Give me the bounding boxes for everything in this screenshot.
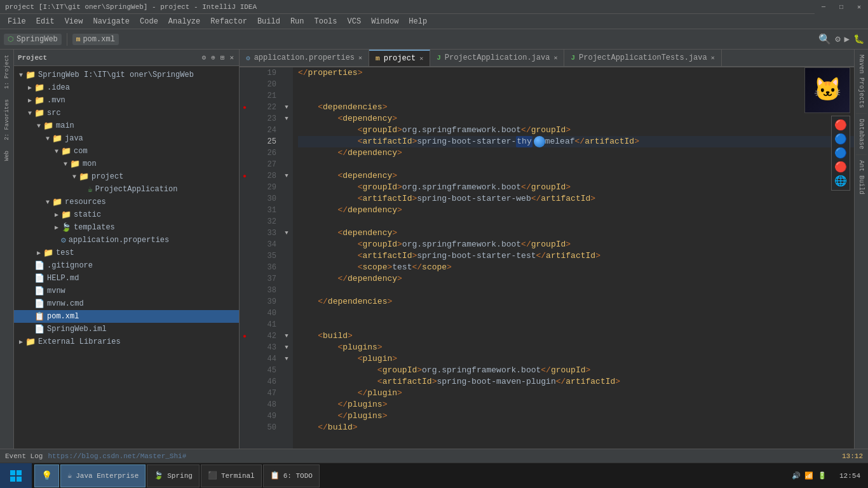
header-icon-close[interactable]: ✕ [228, 52, 235, 63]
tree-main[interactable]: ▼ 📁 main [14, 119, 239, 132]
fold-20[interactable] [280, 79, 293, 90]
tree-project-application[interactable]: ▶ ☕ ProjectApplication [14, 183, 239, 196]
tab-project[interactable]: m project ✕ [369, 50, 430, 66]
menu-code[interactable]: Code [135, 14, 163, 29]
tree-src[interactable]: ▼ 📁 src [14, 107, 239, 119]
header-icon-settings[interactable]: ⚙ [201, 52, 208, 63]
fold-19[interactable] [280, 67, 293, 79]
tree-root[interactable]: ▼ 📁 SpringWeb I:\IT\git oner\SpringWeb [14, 69, 239, 81]
fold-45[interactable] [280, 365, 293, 376]
fold-24[interactable] [280, 125, 293, 136]
toolbar-search-icon[interactable]: 🔍 [818, 33, 831, 46]
tree-templates[interactable]: ▶ 🍃 templates [14, 221, 239, 234]
maximize-button[interactable]: □ [832, 0, 850, 14]
fold-25[interactable] [280, 136, 293, 147]
tree-gitignore[interactable]: ▶ 📄 .gitignore [14, 259, 239, 272]
tree-pom-xml[interactable]: ▶ 📋 pom.xml [14, 310, 239, 323]
minimize-button[interactable]: ─ [815, 0, 832, 14]
tab-close-prop[interactable]: ✕ [358, 54, 362, 62]
toolbar-debug-icon[interactable]: 🐛 [853, 34, 864, 44]
tab-close-project[interactable]: ✕ [419, 55, 423, 62]
tree-mvnw[interactable]: ▶ 📄 mvnw [14, 285, 239, 297]
toolbar-settings-icon[interactable]: ⚙ [835, 34, 840, 44]
fold-29[interactable] [280, 182, 293, 193]
fold-27[interactable] [280, 159, 293, 170]
start-button[interactable] [0, 463, 32, 489]
tree-project-folder[interactable]: ▼ 📁 project [14, 170, 239, 183]
menu-edit[interactable]: Edit [31, 14, 60, 29]
tree-external-libs[interactable]: ▶ 📁 External Libraries [14, 336, 239, 348]
fold-50[interactable] [280, 422, 293, 433]
tree-app-properties[interactable]: ▶ ⚙ application.properties [14, 234, 239, 247]
tab-project-application[interactable]: J ProjectApplication.java ✕ [430, 50, 564, 66]
taskbar-todo[interactable]: 📋 6: TODO [263, 464, 320, 487]
tree-com[interactable]: ▼ 📁 com [14, 145, 239, 158]
fold-30[interactable] [280, 193, 293, 205]
tab-close-java[interactable]: ✕ [553, 54, 557, 62]
fold-35[interactable] [280, 250, 293, 262]
tree-test[interactable]: ▶ 📁 test [14, 247, 239, 259]
taskbar-terminal[interactable]: ⬛ Terminal [201, 464, 262, 487]
tab-close-java-test[interactable]: ✕ [711, 54, 715, 62]
fold-36[interactable] [280, 262, 293, 273]
chrome-icon[interactable]: 🔵 [834, 133, 847, 146]
menu-run[interactable]: Run [285, 14, 309, 29]
tab-application-properties[interactable]: ⚙ application.properties ✕ [240, 50, 369, 66]
maven-projects-tab[interactable]: Maven Projects [856, 50, 867, 114]
fold-49[interactable] [280, 410, 293, 422]
tree-springweb-iml[interactable]: ▶ 📄 SpringWeb.iml [14, 323, 239, 336]
tree-idea[interactable]: ▶ 📁 .idea [14, 81, 239, 94]
tree-mvnw-cmd[interactable]: ▶ 📄 mvnw.cmd [14, 297, 239, 310]
fold-34[interactable] [280, 239, 293, 250]
fold-26[interactable] [280, 147, 293, 159]
tree-mvn[interactable]: ▶ 📁 .mvn [14, 94, 239, 107]
ie-icon[interactable]: 🌐 [834, 175, 847, 187]
menu-build[interactable]: Build [252, 14, 285, 29]
firefox-icon[interactable]: 🔴 [834, 119, 847, 132]
fold-41[interactable] [280, 319, 293, 330]
menu-window[interactable]: Window [366, 14, 403, 29]
tree-static[interactable]: ▶ 📁 static [14, 208, 239, 221]
tree-java[interactable]: ▼ 📁 java [14, 132, 239, 145]
menu-vcs[interactable]: VCS [342, 14, 367, 29]
left-tab-1[interactable]: 1: Project [3, 50, 11, 94]
fold-33[interactable]: ▼ [280, 227, 293, 239]
toolbar-run-icon[interactable]: ▶ [844, 34, 850, 44]
status-event-log[interactable]: Event Log [5, 452, 43, 460]
fold-23[interactable]: ▼ [280, 113, 293, 125]
editor-content[interactable]: ● ● ● [240, 67, 868, 474]
fold-32[interactable] [280, 216, 293, 227]
fold-44[interactable]: ▼ [280, 353, 293, 365]
menu-refactor[interactable]: Refactor [205, 14, 252, 29]
fold-31[interactable] [280, 205, 293, 216]
menu-help[interactable]: Help [403, 14, 432, 29]
menu-file[interactable]: File [3, 14, 31, 29]
close-button[interactable]: ✕ [850, 0, 868, 14]
fold-22[interactable]: ▼ [280, 102, 293, 113]
fold-39[interactable] [280, 296, 293, 308]
toolbar-project[interactable]: ⬡ SpringWeb [4, 34, 62, 45]
fold-48[interactable] [280, 399, 293, 410]
tree-mon[interactable]: ▼ 📁 mon [14, 158, 239, 170]
left-tab-web[interactable]: Web [3, 146, 11, 166]
fold-40[interactable] [280, 308, 293, 319]
tree-help[interactable]: ▶ 📄 HELP.md [14, 272, 239, 285]
menu-analyze[interactable]: Analyze [163, 14, 205, 29]
code-editor[interactable]: </properties> <dependencies> <dependency… [293, 67, 868, 474]
fold-47[interactable] [280, 388, 293, 399]
fold-46[interactable] [280, 376, 293, 388]
fold-38[interactable] [280, 285, 293, 296]
tree-resources[interactable]: ▼ 📁 resources [14, 196, 239, 208]
header-icon-expand[interactable]: ⊞ [219, 52, 226, 63]
tab-project-application-tests[interactable]: J ProjectApplicationTests.java ✕ [564, 50, 721, 66]
taskbar-java-enterprise[interactable]: ☕ Java Enterprise [60, 464, 146, 487]
header-icon-locate[interactable]: ⊕ [210, 52, 217, 63]
menu-navigate[interactable]: Navigate [88, 14, 135, 29]
taskbar-intellij[interactable]: 💡 [34, 464, 59, 487]
left-tab-favorites[interactable]: 2: Favorites [3, 94, 11, 146]
fold-37[interactable] [280, 273, 293, 285]
menu-view[interactable]: View [60, 14, 88, 29]
fold-28[interactable]: ▼ [280, 170, 293, 182]
taskbar-spring[interactable]: 🍃 Spring [147, 464, 200, 487]
opera-icon[interactable]: 🔴 [834, 161, 847, 173]
